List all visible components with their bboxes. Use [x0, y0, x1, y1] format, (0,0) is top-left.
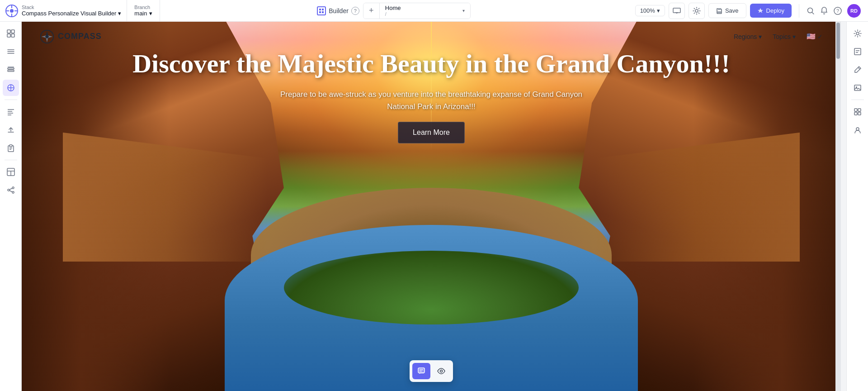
- save-label: Save: [725, 7, 739, 14]
- svg-line-47: [9, 188, 12, 190]
- settings-button[interactable]: [689, 3, 705, 19]
- svg-point-13: [695, 10, 698, 12]
- builder-icon: [317, 6, 326, 15]
- right-sidebar-personalize[interactable]: [849, 122, 866, 138]
- svg-rect-56: [854, 109, 857, 111]
- svg-rect-50: [854, 48, 861, 55]
- zoom-level: 100%: [640, 7, 655, 14]
- svg-rect-15: [717, 11, 721, 13]
- sidebar-item-typography[interactable]: [3, 104, 19, 120]
- site-logo: COMPASS: [40, 29, 102, 44]
- top-bar-right: 100% ▾ Save: [628, 3, 799, 19]
- right-sidebar: [846, 22, 868, 391]
- svg-rect-21: [11, 30, 14, 33]
- search-icon[interactable]: [807, 7, 815, 15]
- left-sidebar: [0, 22, 22, 391]
- sidebar-item-connections[interactable]: [3, 182, 19, 198]
- right-sidebar-edit[interactable]: [849, 62, 866, 78]
- builder-section: Builder ? + Home / ▾: [160, 3, 628, 19]
- stack-label: Stack: [22, 5, 121, 10]
- builder-text: Builder: [329, 7, 349, 14]
- svg-point-16: [808, 8, 813, 13]
- topics-chevron-icon: ▾: [793, 33, 796, 40]
- svg-text:?: ?: [836, 8, 839, 14]
- svg-point-60: [856, 128, 859, 130]
- canvas-area: COMPASS Regions ▾ Topics ▾ 🇺🇸 ✓ Discover: [22, 22, 846, 391]
- svg-point-62: [45, 34, 49, 38]
- right-sidebar-image[interactable]: [849, 80, 866, 96]
- nav-regions[interactable]: Regions ▾: [734, 33, 762, 40]
- right-sidebar-component[interactable]: [849, 104, 866, 120]
- help-question-icon[interactable]: ?: [834, 7, 842, 15]
- compass-logo-svg: [40, 29, 54, 44]
- stack-chevron-icon: ▾: [118, 10, 121, 17]
- svg-rect-27: [8, 68, 14, 69]
- svg-rect-57: [858, 109, 861, 111]
- svg-rect-22: [7, 34, 10, 37]
- language-chevron-icon: ✓: [817, 33, 823, 40]
- regions-chevron-icon: ▾: [759, 33, 762, 40]
- svg-rect-23: [11, 34, 14, 37]
- learn-more-button[interactable]: Learn More: [398, 122, 465, 143]
- sidebar-item-layout[interactable]: [3, 164, 19, 180]
- svg-rect-6: [319, 9, 321, 10]
- page-select-text: Home /: [385, 5, 401, 17]
- sidebar-item-components[interactable]: [3, 80, 19, 96]
- svg-rect-38: [9, 145, 12, 147]
- page-chevron-icon: ▾: [462, 8, 465, 13]
- hero-content: Discover the Majestic Beauty in the Gran…: [22, 49, 841, 143]
- save-button[interactable]: Save: [708, 3, 746, 18]
- branch-selector[interactable]: main ▾: [134, 10, 152, 17]
- deploy-button[interactable]: Deploy: [750, 4, 792, 18]
- add-page-button[interactable]: +: [363, 3, 380, 19]
- svg-rect-7: [322, 9, 324, 10]
- svg-rect-14: [718, 8, 721, 10]
- svg-line-17: [812, 12, 814, 14]
- page-path: /: [385, 11, 401, 17]
- svg-line-53: [858, 67, 860, 69]
- zoom-chevron-icon: ▾: [657, 7, 660, 14]
- right-sidebar-content[interactable]: [849, 43, 866, 60]
- svg-rect-59: [858, 112, 861, 115]
- sidebar-divider-2: [5, 160, 17, 160]
- desktop-preview-button[interactable]: [669, 3, 685, 19]
- site-nav-right: Regions ▾ Topics ▾ 🇺🇸 ✓: [734, 32, 823, 41]
- svg-rect-9: [322, 11, 324, 13]
- hero-subtitle: Prepare to be awe-struck as you venture …: [273, 88, 590, 113]
- svg-rect-10: [673, 8, 680, 13]
- nav-topics[interactable]: Topics ▾: [773, 33, 796, 40]
- branch-label: Branch: [134, 5, 152, 10]
- sidebar-item-grid[interactable]: [3, 25, 19, 42]
- page-controls: + Home / ▾: [363, 3, 471, 19]
- svg-point-70: [440, 370, 443, 372]
- svg-rect-29: [8, 67, 14, 67]
- top-bar: Stack Compass Personalize Visual Builder…: [0, 0, 868, 22]
- svg-rect-58: [854, 112, 857, 115]
- sidebar-item-layers[interactable]: [3, 62, 19, 78]
- app-logo-icon: [5, 5, 18, 17]
- user-avatar[interactable]: RD: [847, 4, 861, 18]
- stack-name[interactable]: Compass Personalize Visual Builder ▾: [22, 10, 121, 17]
- deploy-label: Deploy: [766, 7, 784, 14]
- svg-point-45: [12, 187, 14, 189]
- bottom-toolbar: [410, 360, 453, 382]
- branch-section: Branch main ▾: [127, 0, 160, 21]
- page-name: Home: [385, 5, 401, 11]
- sidebar-item-menu[interactable]: [3, 43, 19, 60]
- eye-tool-button[interactable]: [432, 363, 450, 379]
- help-icon[interactable]: ?: [351, 7, 359, 15]
- branch-chevron-icon: ▾: [149, 10, 152, 17]
- comment-tool-button[interactable]: [412, 363, 430, 379]
- nav-language[interactable]: 🇺🇸 ✓: [807, 32, 823, 41]
- website-preview: COMPASS Regions ▾ Topics ▾ 🇺🇸 ✓ Discover: [22, 22, 841, 391]
- stack-branch-section: Stack Compass Personalize Visual Builder…: [0, 0, 127, 21]
- sidebar-item-upload[interactable]: [3, 122, 19, 138]
- svg-point-49: [856, 32, 859, 35]
- zoom-control[interactable]: 100% ▾: [635, 5, 665, 16]
- right-sidebar-settings[interactable]: [849, 25, 866, 42]
- top-bar-icons: ? RD: [799, 4, 868, 18]
- svg-point-1: [10, 9, 14, 13]
- page-selector[interactable]: Home / ▾: [380, 3, 470, 19]
- notifications-icon[interactable]: [820, 7, 828, 15]
- sidebar-item-clipboard[interactable]: [3, 140, 19, 156]
